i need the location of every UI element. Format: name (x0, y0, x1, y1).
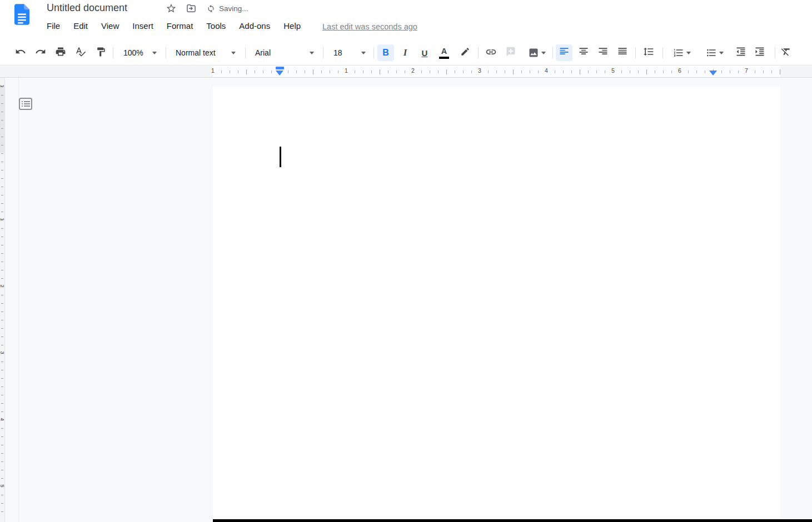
zoom-select[interactable]: 100% (118, 44, 161, 61)
image-icon (528, 47, 539, 58)
document-title[interactable]: Untitled document (47, 2, 127, 14)
justify-button[interactable] (614, 44, 631, 61)
ruler-tick (288, 71, 288, 73)
ruler-tick (363, 71, 363, 73)
ruler-tick (505, 71, 505, 73)
ruler-tick (605, 71, 605, 73)
ruler-tick (688, 71, 689, 73)
ruler-tick (305, 71, 305, 73)
ruler-tick (1, 470, 3, 470)
undo-icon (15, 46, 26, 59)
ruler-tick (246, 69, 247, 74)
redo-button[interactable] (32, 44, 49, 61)
canvas-gutter-line (18, 78, 19, 522)
menu-format[interactable]: Format (167, 21, 193, 31)
italic-icon: I (403, 47, 407, 58)
left-indent-marker[interactable] (276, 71, 283, 76)
document-page[interactable] (213, 87, 780, 522)
ruler-tick (1, 387, 3, 387)
ruler-tick (671, 71, 672, 73)
increase-indent-icon (754, 46, 765, 59)
ruler-tick (771, 71, 772, 73)
font-value: Arial (250, 48, 271, 57)
ruler-tick (655, 71, 655, 73)
align-center-button[interactable] (575, 44, 592, 61)
bulleted-list-button[interactable] (700, 44, 726, 61)
ruler-inch-label: 1 (0, 83, 5, 89)
ruler-tick (271, 71, 272, 73)
ruler-tick (1, 203, 3, 204)
star-button[interactable] (165, 3, 177, 16)
move-to-folder-button[interactable] (185, 3, 197, 16)
ruler-tick (513, 69, 514, 74)
vertical-ruler: 112345 (0, 78, 5, 522)
line-spacing-icon (643, 46, 654, 59)
ruler-inch-label: 5 (611, 67, 615, 74)
insert-link-button[interactable] (482, 44, 499, 61)
menu-help[interactable]: Help (283, 21, 301, 31)
ruler-tick (1, 411, 3, 412)
menu-file[interactable]: File (47, 21, 60, 31)
italic-button[interactable]: I (397, 44, 414, 61)
right-indent-marker[interactable] (709, 71, 717, 76)
align-right-button[interactable] (595, 44, 611, 61)
font-size-select[interactable]: 18 (328, 44, 370, 61)
ruler-tick (571, 71, 572, 73)
last-edit-link[interactable]: Last edit was seconds ago (322, 22, 417, 31)
menu-addons[interactable]: Add-ons (239, 21, 270, 31)
docs-logo-icon[interactable] (14, 4, 29, 27)
ruler-tick (455, 71, 455, 73)
highlighter-icon (460, 47, 470, 59)
add-comment-button[interactable] (502, 44, 519, 61)
underline-button[interactable]: U (416, 44, 433, 61)
line-spacing-button[interactable] (640, 44, 657, 61)
ruler-tick (1, 162, 3, 162)
print-button[interactable] (52, 44, 69, 61)
ruler-tick (1, 270, 3, 270)
ruler-tick (380, 69, 380, 74)
ruler-tick (555, 71, 555, 73)
align-left-button[interactable] (556, 44, 572, 61)
ruler-tick (1, 428, 3, 429)
numbered-list-button[interactable] (667, 44, 693, 61)
ruler-tick (463, 71, 464, 73)
ruler-tick (263, 71, 263, 73)
chevron-down-icon (719, 52, 724, 54)
menu-view[interactable]: View (101, 21, 119, 31)
document-outline-button[interactable] (18, 97, 33, 111)
star-icon (166, 3, 177, 16)
menu-tools[interactable]: Tools (206, 21, 226, 31)
ruler-tick (738, 71, 739, 73)
ruler-tick (563, 71, 564, 73)
menu-insert[interactable]: Insert (132, 21, 153, 31)
ruler-tick (1, 403, 3, 404)
toolbar-separator (635, 47, 636, 58)
menu-edit[interactable]: Edit (73, 21, 88, 31)
sync-icon (207, 4, 215, 13)
toolbar-separator (113, 47, 113, 58)
ruler-tick (471, 71, 472, 73)
numbered-list-icon (673, 47, 684, 58)
increase-indent-button[interactable] (751, 44, 768, 61)
ruler-inch-label: 3 (0, 350, 5, 355)
undo-button[interactable] (12, 44, 29, 61)
styles-select[interactable]: Normal text (170, 44, 241, 61)
ruler-tick (696, 71, 697, 73)
ruler-tick (755, 71, 755, 73)
saving-status[interactable]: Saving... (207, 4, 248, 13)
bold-button[interactable]: B (377, 44, 394, 61)
clear-formatting-button[interactable] (778, 44, 794, 61)
text-color-button[interactable]: A (436, 44, 452, 61)
ruler-inch-label: 2 (411, 67, 415, 74)
decrease-indent-button[interactable] (733, 44, 749, 61)
font-select[interactable]: Arial (250, 44, 320, 61)
paint-format-button[interactable] (92, 44, 109, 61)
ruler-tick (1, 312, 3, 312)
insert-image-button[interactable] (522, 44, 548, 61)
highlight-color-button[interactable] (457, 44, 474, 61)
ruler-tick (405, 71, 405, 73)
ruler-tick (721, 71, 722, 73)
first-line-indent-marker[interactable] (276, 67, 284, 69)
spell-check-button[interactable] (72, 44, 89, 61)
folder-move-icon (186, 3, 197, 16)
